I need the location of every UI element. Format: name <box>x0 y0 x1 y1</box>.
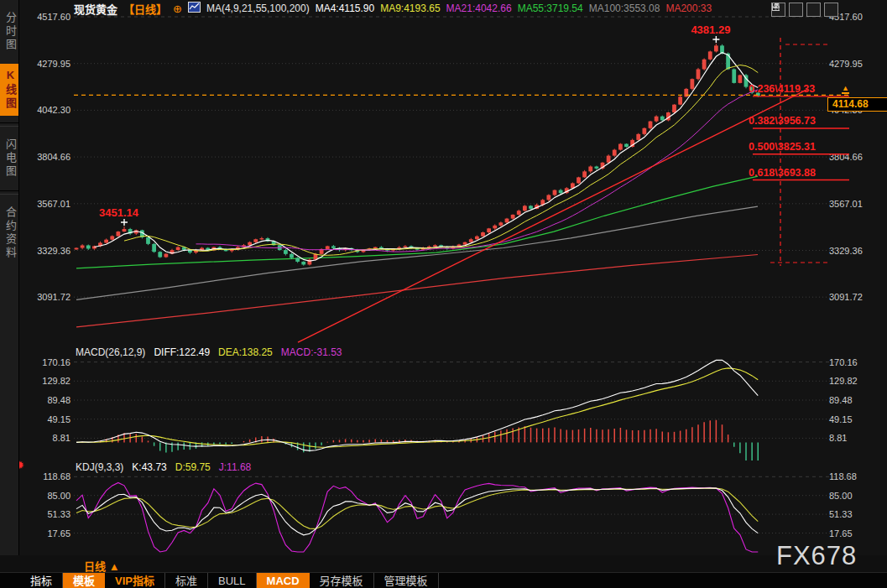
macd-label-row: MACD(26,12,9) DIFF:122.49 DEA:138.25 MAC… <box>76 346 342 358</box>
tab-templates[interactable]: 模板 <box>63 573 105 588</box>
ma9-value: MA9:4193.65 <box>380 3 440 14</box>
ma21-value: MA21:4042.66 <box>446 3 512 14</box>
indicator-bar: 现货黄金 【日线】 ⊕ MA(4,9,21,55,100,200) MA4:41… <box>20 0 767 17</box>
scroll-to-latest-icon[interactable]: ▲ <box>842 84 849 94</box>
kdj-k-value: K:43.73 <box>132 461 166 473</box>
ma100-value: MA100:3553.08 <box>589 3 660 14</box>
trading-app-window: 现货黄金 【日线】 ⊕ MA(4,9,21,55,100,200) MA4:41… <box>0 0 887 588</box>
sidebar-separator <box>0 122 18 127</box>
ma55-value: MA55:3719.54 <box>518 3 583 14</box>
macd-value: MACD:-31.53 <box>281 346 342 358</box>
bottom-toolbar: 指标 模板 VIP指标 标准 BULL MACD 另存模板 管理模板 <box>0 572 887 588</box>
period-label: 日线 <box>84 560 106 573</box>
tab-save-template[interactable]: 另存模板 <box>310 573 374 588</box>
tab-macd[interactable]: MACD <box>257 573 310 588</box>
symbol-title: 现货黄金 <box>74 1 117 17</box>
swing-price-label: 4381.29 <box>691 23 730 36</box>
tab-vip-indicators[interactable]: VIP指标 <box>105 573 165 588</box>
chart-mode-sidebar: 分时图 K线图 闪电图 合约资料 <box>0 0 19 555</box>
period-arrow-icon: ▲ <box>109 560 120 573</box>
ma200-value: MA200:33 <box>665 3 712 14</box>
fib-level-label: 0.236\4119.33 <box>749 83 815 95</box>
last-price-badge: 4114.68 <box>827 97 887 112</box>
fib-level-label: 0.382\3956.73 <box>749 115 816 127</box>
add-indicator-icon[interactable]: ⊕ <box>173 3 182 15</box>
fib-level-label: 0.500\3825.31 <box>749 141 816 153</box>
fit-right-axis-icon[interactable] <box>806 3 821 17</box>
fit-left-axis-icon[interactable] <box>789 3 803 17</box>
tab-indicators[interactable]: 指标 <box>20 573 63 588</box>
fib-level-label: 0.618\3693.88 <box>749 167 816 179</box>
macd-dea-value: DEA:138.25 <box>218 346 273 358</box>
kdj-name[interactable]: KDJ(9,3,3) <box>76 461 123 473</box>
ma-settings[interactable]: MA(4,9,21,55,100,200) <box>206 3 310 14</box>
kdj-d-value: D:59.75 <box>175 461 211 473</box>
kdj-label-row: KDJ(9,3,3) K:43.73 D:59.75 J:11.68 <box>76 461 251 473</box>
sidebar-item-lightning-chart[interactable]: 闪电图 <box>0 133 18 184</box>
sidebar-item-time-chart[interactable]: 分时图 <box>0 7 18 57</box>
kdj-j-value: J:11.68 <box>219 461 251 473</box>
date-axis: 日线 ▲ <box>0 555 887 572</box>
tab-manage-template[interactable]: 管理模板 <box>374 573 439 588</box>
macd-diff-value: DIFF:122.49 <box>154 346 210 358</box>
sidebar-item-contract-info[interactable]: 合约资料 <box>0 201 18 265</box>
sidebar-item-kline-chart[interactable]: K线图 <box>0 64 18 116</box>
swing-price-label: 3451.14 <box>99 206 138 219</box>
period-tag[interactable]: 【日线】 <box>123 1 167 17</box>
tab-bull[interactable]: BULL <box>208 573 257 588</box>
pop-out-icon[interactable] <box>824 3 838 17</box>
ma4-value: MA4:4115.90 <box>316 3 375 14</box>
tab-standard[interactable]: 标准 <box>165 573 208 588</box>
fx678-watermark: FX678 <box>776 541 857 571</box>
sidebar-separator <box>0 190 18 195</box>
chart-window-controls <box>771 3 838 17</box>
chart-type-icon[interactable] <box>188 2 201 15</box>
macd-name[interactable]: MACD(26,12,9) <box>76 346 145 358</box>
